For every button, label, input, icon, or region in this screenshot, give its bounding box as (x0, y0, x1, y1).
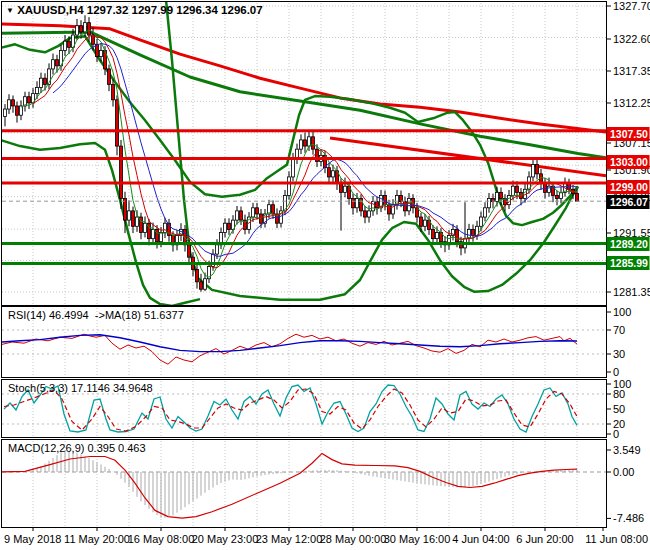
svg-text:50: 50 (613, 403, 625, 415)
svg-text:1317.35: 1317.35 (613, 65, 650, 77)
candle-bull (484, 208, 487, 217)
svg-text:70: 70 (613, 324, 625, 336)
svg-text:1289.20: 1289.20 (610, 238, 648, 250)
candle-bull (216, 245, 219, 254)
candle-bull (64, 41, 67, 50)
candle-bear (56, 60, 59, 66)
candle-bull (252, 208, 255, 217)
candle-bear (500, 192, 503, 198)
candle-bear (116, 100, 119, 146)
candle-bull (84, 23, 87, 32)
candle-bull (152, 229, 155, 238)
candle-bear (432, 229, 435, 238)
candle-bull (76, 26, 79, 35)
svg-text:100: 100 (613, 306, 631, 318)
candle-bull (356, 199, 359, 208)
candle-bear (576, 193, 579, 201)
candle-bear (516, 186, 519, 192)
candle-bull (4, 109, 7, 116)
candle-bull (496, 192, 499, 201)
time-axis-label: 28 May 00:00 (320, 533, 387, 545)
candle-bull (344, 186, 347, 192)
candle-bear (188, 245, 191, 257)
time-axis-label: 9 May 2018 (4, 533, 61, 545)
candle-bull (236, 211, 239, 220)
time-axis-label: 6 Jun 20:00 (516, 533, 574, 545)
candle-bear (536, 165, 539, 174)
candle-bear (124, 199, 127, 221)
trading-chart-window: 1327.701322.601317.351312.251307.151301.… (0, 0, 650, 550)
time-axis-label: 20 May 23:00 (192, 533, 259, 545)
svg-text:1307.50: 1307.50 (610, 128, 648, 140)
time-axis-label: 4 Jun 04:00 (452, 533, 510, 545)
candle-bear (28, 97, 31, 103)
candle-bull (368, 211, 371, 217)
candle-bull (480, 217, 483, 226)
candle-bull (8, 100, 11, 109)
svg-text:1303.00: 1303.00 (610, 156, 648, 168)
candle-bull (424, 220, 427, 226)
candle-bear (80, 26, 83, 32)
svg-text:30: 30 (613, 348, 625, 360)
candle-bull (532, 165, 535, 177)
candle-bull (204, 279, 207, 289)
svg-text:0: 0 (613, 428, 619, 440)
candle-bull (128, 211, 131, 220)
time-axis-label: 11 May 20:00 (64, 533, 130, 545)
candle-bull (144, 223, 147, 232)
chart-canvas[interactable]: 1327.701322.601317.351312.251307.151301.… (0, 0, 650, 550)
candle-bear (256, 208, 259, 214)
candle-bull (408, 199, 411, 211)
candle-bull (308, 137, 311, 146)
candle-bull (436, 232, 439, 238)
time-axis-label: 23 May 12:00 (256, 533, 323, 545)
candle-bear (352, 199, 355, 208)
candle-bear (132, 211, 135, 226)
time-axis[interactable]: 9 May 201811 May 20:0016 May 08:0020 May… (4, 527, 648, 545)
svg-text:-7.486: -7.486 (613, 512, 644, 524)
candle-bear (16, 106, 19, 115)
candle-bull (100, 50, 103, 56)
candle-bull (160, 232, 163, 241)
candle-bear (68, 41, 71, 47)
candle-bull (300, 140, 303, 149)
price-axis[interactable]: 1327.701322.601317.351312.251307.151301.… (606, 0, 650, 524)
candle-bull (136, 217, 139, 226)
svg-text:1281.35: 1281.35 (613, 286, 650, 298)
symbol-dropdown-icon[interactable]: ▼ (6, 6, 14, 15)
candle-bear (420, 217, 423, 226)
svg-text:3.549: 3.549 (613, 444, 641, 456)
candle-bull (288, 177, 291, 196)
candle-bull (52, 60, 55, 69)
candle-bull (372, 202, 375, 211)
time-axis-label: 11 Jun 08:00 (585, 533, 648, 545)
candle-bull (332, 171, 335, 177)
svg-text:1327.70: 1327.70 (613, 0, 650, 12)
svg-text:0: 0 (613, 366, 619, 378)
candle-bear (196, 270, 199, 282)
candle-bear (44, 78, 47, 84)
candle-bear (112, 84, 115, 99)
candle-bear (404, 202, 407, 211)
time-axis-label: 30 May 16:00 (384, 533, 451, 545)
candle-bear (328, 168, 331, 177)
candle-bear (12, 100, 15, 106)
candle-bull (40, 78, 43, 87)
candle-bull (548, 186, 551, 192)
svg-text:1285.99: 1285.99 (610, 257, 648, 269)
candle-bull (224, 223, 227, 232)
candle-bear (200, 282, 203, 289)
candle-bear (108, 69, 111, 84)
candle-bear (472, 229, 475, 235)
candle-bull (488, 199, 491, 208)
candle-bull (512, 186, 515, 195)
svg-text:1299.00: 1299.00 (610, 181, 648, 193)
candle-bear (388, 205, 391, 214)
candle-bear (88, 23, 91, 35)
candle-bear (240, 211, 243, 220)
candle-bear (312, 137, 315, 149)
svg-text:1312.25: 1312.25 (613, 97, 650, 109)
candle-bear (556, 195, 559, 198)
candle-bull (164, 223, 167, 232)
svg-text:80: 80 (613, 388, 625, 400)
